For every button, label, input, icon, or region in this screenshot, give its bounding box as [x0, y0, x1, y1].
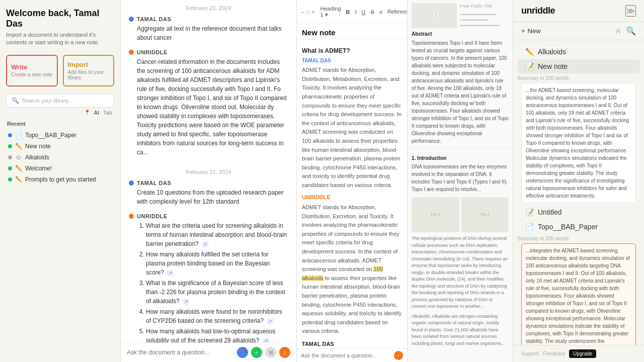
list-item[interactable]: ✏️ Welcome!: [6, 163, 114, 174]
edit-icon: 📝: [525, 62, 534, 70]
sidebar-item-new-note[interactable]: 📝 New note: [517, 59, 640, 73]
chat-input[interactable]: [127, 349, 233, 356]
doc-header-imgs: 📄 Free Public Title ▬▬▬▬▬▬▬▬▬▬▬▬▬▬▬▬▬▬▬▬…: [412, 3, 509, 28]
summary-text-2: ...integrates the ADMET-based screening,…: [521, 243, 636, 345]
import-button[interactable]: Import Add files to your library: [63, 55, 115, 86]
attach-btn[interactable]: +: [251, 347, 262, 358]
footer-row: Support Feedback Upgrade: [521, 349, 636, 358]
search-btn[interactable]: 🔍: [626, 26, 636, 36]
ai-section-label: UNRIDDLE: [302, 193, 402, 202]
support-link[interactable]: Support: [521, 351, 539, 356]
underline-btn[interactable]: U: [360, 9, 367, 16]
status-dot: [8, 133, 12, 137]
edit-icon: ✏️: [525, 48, 534, 56]
document-panel: 📄 Free Public Title ▬▬▬▬▬▬▬▬▬▬▬▬▬▬▬▬▬▬▬▬…: [408, 0, 513, 362]
chat-input-row: 📍 + ⊞ ↑: [121, 342, 296, 362]
word-count-2: Summary in 200 words: [517, 236, 640, 241]
doc-abstract: 📄 Free Public Title ▬▬▬▬▬▬▬▬▬▬▬▬▬▬▬▬▬▬▬▬…: [408, 0, 513, 148]
note-para: ADMET stands for Absorption, Distributio…: [302, 66, 402, 190]
note-title[interactable]: New note: [297, 24, 407, 39]
alkaloids-heading: TAMAL DAS: [302, 340, 402, 348]
list-item[interactable]: ✏️ New note: [6, 141, 114, 152]
user-dot: [129, 180, 134, 186]
doc-section-1-text: DNA topoisomerases are the key enzymes i…: [412, 163, 509, 193]
fig2: Fig 2: [461, 197, 509, 232]
search-placeholder: Search your library...: [22, 98, 73, 104]
abstract-title: Abstract: [412, 30, 509, 38]
note-chat-input[interactable]: [301, 352, 391, 358]
welcome-subtitle: Import a document to understand it's con…: [6, 31, 114, 47]
maximize-btn[interactable]: □: [306, 9, 309, 15]
references-btn[interactable]: References: [386, 9, 408, 15]
search-icon: 🔍: [12, 97, 19, 104]
strike-btn[interactable]: S: [369, 9, 375, 16]
send-btn[interactable]: ↑: [279, 347, 290, 358]
collapse-btn[interactable]: ≫: [625, 5, 636, 17]
chat-message: UNRIDDLE What are the criteria used for …: [129, 213, 288, 342]
word-count-1: Summary in 200 words: [517, 75, 640, 81]
fork-btn[interactable]: ⑃: [616, 27, 621, 36]
sidebar-item-label: Topo__BAB_Paper: [538, 223, 598, 231]
new-button[interactable]: + New: [521, 27, 541, 35]
chat-message: UNRIDDLE Cancer-related information in t…: [129, 49, 288, 157]
doc-icon: 📄: [525, 223, 534, 231]
chat-message: TAMAL DAS Aggregate all text in the refe…: [129, 16, 288, 42]
tab-ai[interactable]: AI: [94, 110, 99, 116]
sidebar-item-label: Alkaloids: [538, 48, 566, 56]
doc-meta: Free Public Title ▬▬▬▬▬▬▬▬▬▬▬▬▬▬▬▬▬▬▬▬▬▬…: [460, 3, 509, 28]
msg-header: UNRIDDLE: [129, 49, 288, 55]
sidebar-item-topo[interactable]: 📄 Topo__BAB_Paper: [517, 220, 640, 234]
new-label: New: [528, 27, 541, 35]
pub-lines: ▬▬▬▬▬▬▬▬▬▬▬▬▬▬▬▬▬▬▬▬▬▬▬▬▬▬: [460, 11, 509, 28]
sidebar-item-alkaloids[interactable]: ✏️ Alkaloids: [517, 45, 640, 59]
import-sub: Add files to your library: [68, 69, 110, 80]
user-section: TAMAL DAS: [302, 57, 402, 65]
summary-content-2: ...integrates the ADMET-based screening,…: [526, 248, 630, 345]
list-item[interactable]: 📄 Topo__BAB_Paper: [6, 130, 114, 141]
welcome-title: Welcome back, Tamal Das: [6, 8, 114, 29]
chat-panel: February 21, 2024 TAMAL DAS Aggregate al…: [121, 0, 297, 362]
list-item[interactable]: ✏️ Prompts to get you started: [6, 174, 114, 185]
grid-btn[interactable]: ⊞: [265, 347, 276, 358]
upgrade-button[interactable]: Upgrade: [569, 349, 596, 358]
italic-btn[interactable]: I: [353, 9, 358, 16]
note-footer: ↑: [297, 348, 407, 362]
write-button[interactable]: Write Create a new note: [6, 55, 58, 86]
item-label: Topo__BAB_Paper: [25, 132, 76, 139]
item-label: Welcome!: [25, 165, 52, 172]
tab-tab[interactable]: Tab: [103, 110, 112, 116]
rs-toolbar: + New ⑃ 🔍: [513, 22, 644, 40]
list-btn[interactable]: ≡: [378, 9, 384, 16]
right-sidebar: unriddle ≫ + New ⑃ 🔍 ✏️ Alkaloids 📝 New …: [513, 0, 644, 362]
note-icon: ✏️: [15, 176, 22, 183]
note-send-btn[interactable]: ↑: [394, 351, 403, 360]
doc-extra-text: Alkaloids: Alkaloids are nitrogen-contai…: [412, 313, 509, 347]
location-icon: 📍: [84, 110, 90, 115]
msg-header: TAMAL DAS: [129, 180, 288, 186]
summary-card-2: Summary in 200 words ...integrates the A…: [517, 236, 640, 345]
bold-btn[interactable]: B: [345, 9, 352, 16]
sidebar-item-untitled[interactable]: 📝 Untitled: [517, 205, 640, 219]
chat-messages: TAMAL DAS Aggregate all text in the refe…: [121, 16, 296, 342]
search-box[interactable]: 🔍 Search your library...: [6, 94, 114, 108]
msg-sender: UNRIDDLE: [137, 213, 168, 219]
note-icon: ⊙: [15, 154, 22, 161]
doc-caption: The topological positions of DNA during …: [412, 235, 509, 310]
list-item[interactable]: ⊙ Alkaloids: [6, 152, 114, 163]
status-dot: [8, 166, 12, 170]
heading-select[interactable]: Heading 1 ▾: [319, 5, 343, 19]
note-toolbar: − □ × Heading 1 ▾ B I U S ≡ References ✦…: [297, 0, 407, 24]
minimize-btn[interactable]: −: [301, 9, 304, 15]
feedback-link[interactable]: Feedback: [543, 351, 565, 356]
note-content[interactable]: What is ADMET? TAMAL DAS ADMET stands fo…: [297, 39, 407, 348]
sidebar-item-label: New note: [538, 62, 568, 70]
close-btn[interactable]: ×: [311, 9, 314, 15]
admet-heading: What is ADMET?: [302, 46, 402, 56]
summary-text-1: ...the ADMET-based screening, molecular …: [521, 83, 636, 203]
location-btn[interactable]: 📍: [237, 347, 248, 358]
note-icon: ✏️: [15, 165, 22, 172]
pub-title: Free Public Title: [460, 3, 509, 10]
doc-body[interactable]: 1. Introduction DNA topoisomerases are t…: [408, 148, 513, 362]
msg-text: What are the criteria used for screening…: [129, 221, 288, 342]
status-dot: [8, 177, 12, 182]
